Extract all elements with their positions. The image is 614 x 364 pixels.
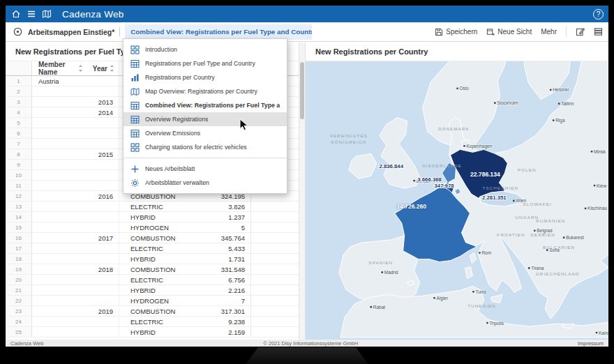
cell-year [82, 285, 119, 295]
table-row[interactable]: 22HYDROGEN7 [6, 296, 299, 306]
row-number: 22 [6, 296, 32, 305]
table-icon [130, 129, 140, 138]
menu-item-overview-emissions[interactable]: Overview Emissions [123, 126, 287, 140]
table-row[interactable]: 25HYBRID2.159 [6, 327, 299, 338]
map-country-label: POLEN [518, 167, 537, 172]
table-row[interactable]: 232019COMBUSTION317.301 [6, 306, 299, 317]
table-row[interactable]: 162017COMBUSTION345.764 [6, 233, 299, 243]
sort-icon[interactable] [110, 65, 114, 72]
cell-year [82, 275, 119, 285]
menu-item-combined-view-registrations-per-fuel-typ[interactable]: Combined View: Registrations per Fuel Ty… [123, 98, 287, 112]
content-area: New Registrations per Fuel Type and Cou … [6, 43, 608, 340]
cell-year [82, 212, 119, 222]
cell-year: 2013 [82, 97, 119, 107]
menu-item-overview-registrations[interactable]: Overview Registrations [123, 112, 287, 126]
vertical-scrollbar[interactable] [299, 43, 306, 340]
navigator-target-icon[interactable] [11, 26, 24, 38]
home-icon[interactable] [10, 8, 22, 20]
cell-member [32, 107, 82, 117]
cell-member [32, 285, 82, 295]
header-year-label: Year [93, 65, 107, 73]
table-row[interactable]: 21HYBRID2.216 [6, 285, 299, 296]
menu-hamburger-icon[interactable] [26, 8, 37, 20]
cell-year: 2016 [82, 191, 119, 201]
row-number: 11 [6, 181, 32, 190]
map-country-label: GRIECHENLAND [536, 271, 580, 276]
menu-item-arbeitsbl-tter-verwalten[interactable]: Arbeitsblätter verwalten [123, 176, 287, 190]
map-city-label: Kiew [597, 183, 606, 188]
map-city-label: Tallinn [561, 101, 574, 106]
monitor-frame: Cadenza Web ? Arbeitsmappen Einstieg* Co… [0, 0, 614, 364]
europe-map-svg[interactable]: VEREINIGTESKÖNIGREICHDÄNEMARKNIEDERLANDE… [306, 61, 608, 340]
cell-member [32, 327, 82, 337]
table-row[interactable]: 18HYBRID1.731 [6, 254, 299, 264]
edit-workbook-button[interactable] [576, 27, 585, 36]
view-selector-dropdown[interactable]: Combined View: Registrations per Fuel Ty… [125, 24, 312, 40]
help-button[interactable]: ? [593, 9, 604, 20]
menu-item-neues-arbeitsblatt[interactable]: Neues Arbeitsblatt [123, 162, 287, 176]
map-city-label: Madrid [384, 270, 398, 275]
cell-year [82, 327, 119, 337]
table-row[interactable]: 192018COMBUSTION331.548 [6, 264, 299, 275]
cell-member [32, 233, 82, 243]
cell-value: 7 [186, 296, 251, 305]
map-city-label: Oslo [459, 86, 469, 91]
table-row[interactable]: 15HYDROGEN5 [6, 222, 299, 233]
cell-year [82, 128, 119, 138]
cell-member [32, 149, 82, 159]
worksheet-icon [130, 45, 140, 54]
cell-year [82, 181, 119, 190]
save-button[interactable]: Speichern [435, 28, 477, 36]
map-icon [130, 87, 140, 96]
menu-item-label: Overview Registrations [145, 116, 208, 123]
row-number: 8 [6, 149, 32, 159]
menu-item-registrations-per-country[interactable]: Registrations per Country [123, 70, 287, 84]
table-icon [130, 115, 140, 124]
cell-year [82, 76, 119, 86]
cell-value: 345.764 [186, 233, 251, 243]
map-container[interactable]: VEREINIGTESKÖNIGREICHDÄNEMARKNIEDERLANDE… [306, 61, 608, 340]
cell-fuel-type: HYBRID [119, 285, 186, 295]
menu-item-registrations-per-fuel-type-and-country[interactable]: Registrations per Fuel Type and Country [123, 56, 287, 70]
header-year[interactable]: Year [82, 61, 119, 75]
cell-value: 2.159 [186, 327, 251, 337]
table-row[interactable]: 13ELECTRIC3.826 [6, 202, 299, 212]
map-city-label: Algier [437, 296, 449, 301]
footer-impressum-link[interactable]: Impressum [578, 340, 604, 347]
plus-icon [130, 165, 140, 174]
cell-value: 1.237 [186, 212, 251, 222]
table-row[interactable]: 24ELECTRIC9.238 [6, 317, 299, 327]
map-city-label: Sofia [549, 248, 560, 252]
menu-item-label: Charging stations for electric vehicles [145, 144, 247, 151]
scrollbar-thumb[interactable] [300, 62, 304, 119]
data-layers-button[interactable] [594, 27, 603, 36]
table-row[interactable]: 14HYBRID1.237 [6, 212, 299, 222]
save-button-label: Speichern [446, 28, 477, 36]
cell-year [82, 160, 119, 169]
table-row[interactable]: 17ELECTRIC5.433 [6, 243, 299, 254]
cell-fuel-type: COMBUSTION [119, 264, 186, 274]
app-window: Cadenza Web ? Arbeitsmappen Einstieg* Co… [6, 6, 608, 347]
cell-year [82, 118, 119, 128]
city-dot [494, 102, 496, 104]
menu-item-introduction[interactable]: Introduction [123, 43, 287, 56]
cell-fuel-type: HYBRID [119, 327, 186, 337]
city-dot [472, 291, 474, 293]
table-row[interactable]: 20ELECTRIC6.756 [6, 275, 299, 285]
row-number: 19 [6, 264, 32, 274]
footer-app-name: Cadenza Web [10, 340, 43, 347]
row-number: 18 [6, 254, 32, 264]
more-button[interactable]: Mehr [541, 28, 557, 36]
city-dot [553, 119, 555, 121]
menu-item-map-overview-registrations-per-country[interactable]: Map Overview: Registrations per Country [123, 84, 287, 98]
row-number: 1 [6, 76, 32, 86]
city-dot [546, 249, 548, 251]
new-view-button[interactable]: Neue Sicht [486, 28, 532, 36]
workbook-map-icon[interactable] [41, 8, 52, 20]
menu-item-charging-stations-for-electric-vehicles[interactable]: Charging stations for electric vehicles [123, 140, 287, 154]
menu-item-label: Neues Arbeitsblatt [145, 165, 195, 172]
header-member-name[interactable]: Member Name [32, 61, 82, 75]
city-dot [413, 180, 415, 182]
cell-year: 2019 [82, 306, 119, 316]
monitor-stand [246, 347, 368, 364]
